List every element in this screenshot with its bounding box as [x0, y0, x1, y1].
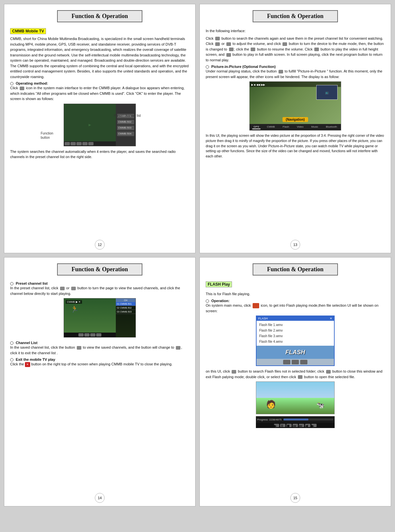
panel-title-box-1: Function & Operation: [57, 10, 142, 22]
flash-logo-text: FLASH: [285, 349, 305, 356]
sport-control-bar: [64, 333, 116, 337]
game-char: 🧑: [266, 400, 276, 409]
pip-bullet: [206, 65, 209, 69]
cmmb-main-area: ▶: [64, 104, 116, 146]
ctrl-btn-3[interactable]: [76, 142, 82, 145]
top-right-body: Click button to search the channels agai…: [206, 36, 385, 63]
bullet-circle-1: [10, 82, 13, 85]
ctrl-btn-2[interactable]: [71, 142, 76, 145]
page-num-13: 13: [290, 240, 300, 250]
sport-screen-wrapper: 🏃 CMMB ▶ ✕ CH 01 CMMB-501 02 CMMB-502 03…: [60, 298, 139, 338]
sport-ctrl-3[interactable]: [90, 333, 95, 337]
ctrl-btn-4[interactable]: [82, 142, 88, 145]
sport-ctrl-1[interactable]: [78, 333, 84, 337]
extra-btn2[interactable]: ▶: [311, 424, 317, 427]
flash-file-screen: FLASH ✕ Flash file 1.wmv Flash file 2.wm…: [256, 316, 335, 366]
game-char2: 🐄: [316, 401, 324, 409]
channel-list-section: Channel List In the saved channel list, …: [10, 341, 189, 356]
flash-footer-text: on this UI, click button to search Flash…: [206, 369, 385, 379]
nav-bluetooth: Bluetooth: [324, 125, 338, 129]
flash-ctrl-1[interactable]: [283, 360, 290, 364]
exit-label: Exit the mobile TV play: [16, 358, 55, 361]
fullh-icon: [314, 48, 319, 51]
exit-text: Click the ✕ button on the right top of t…: [10, 361, 189, 367]
nav-gps: GPS: [252, 125, 260, 129]
ctrl-btn-5[interactable]: [88, 142, 94, 145]
flash-header-bar: FLASH ✕: [257, 316, 334, 321]
operating-method-section: Operating method: Click icon in the syst…: [10, 81, 189, 102]
cmmb-screen-content: ▶: [89, 123, 91, 127]
panel-title-box-4: Function & Operation: [253, 263, 338, 276]
flash-file-1[interactable]: Flash file 1.wmv: [259, 322, 331, 328]
flash-file-4[interactable]: Flash file 4.wmv: [259, 339, 331, 344]
flash-file-list: Flash file 1.wmv Flash file 2.wmv Flash …: [257, 321, 334, 346]
flash-ctrl-3[interactable]: [300, 360, 307, 364]
panel-title-box-2: Function & Operation: [253, 10, 338, 22]
mute-icon: [282, 42, 287, 46]
pip-mini-icon: 📺: [325, 91, 329, 94]
flash-operation-section: Operation: On system main menu, click ic…: [206, 299, 385, 314]
next-btn: [71, 287, 76, 290]
flash-ctrl-2[interactable]: [292, 360, 299, 364]
vol-down-icon: [226, 42, 231, 46]
preset-section: Preset channel list In the preset channe…: [10, 281, 189, 296]
channel-list-text: In the saved channel list, click the but…: [10, 345, 189, 356]
prev-btn: [60, 287, 65, 290]
channel-list-label: Channel List: [16, 341, 37, 345]
panel-top-right: Function & Operation In the following in…: [199, 4, 391, 253]
flash-menu-icon: [253, 303, 259, 308]
page-num-12: 12: [95, 240, 105, 250]
pip-label: Picture-in-Picture (Optional Function): [211, 65, 276, 69]
prev-media-btn[interactable]: ⏮: [293, 424, 298, 427]
pip-section: Picture-in-Picture (Optional Function) U…: [206, 65, 385, 79]
game-screen-wrapper: 🧑 🐄 Progress: 2238/4875 ▶ ⏸ ⏹ ⏮ ⏭ ◀ ▶: [256, 381, 335, 428]
muted-icon: [229, 48, 234, 51]
channel-item-4: CMMB-504: [117, 132, 134, 136]
sport-field: [64, 298, 116, 337]
pause-btn[interactable]: ⏸: [280, 424, 285, 427]
page-num-15: 15: [290, 493, 300, 503]
fullw-icon: [226, 53, 231, 57]
flash-intro: This is for Flash file playing.: [206, 291, 385, 297]
cmmb-sidebar: CMMB-501 CMMB-502 CMMB-503 CMMB-504: [116, 104, 135, 146]
panel-bottom-right: Function & Operation FLASH Play This is …: [199, 257, 391, 506]
extra-btn1[interactable]: ◀: [305, 424, 310, 427]
close-icon: ✕: [25, 362, 30, 367]
ch-item-02: 02 CMMB-502: [116, 306, 135, 310]
flash-footer-area: FLASH: [257, 346, 334, 359]
progress-bar-box: Progress: 2238/4875: [256, 416, 335, 423]
pip-nav-label: (Navigation): [282, 117, 308, 122]
cmmb-highlight: CMMB Mobile TV: [10, 28, 46, 34]
exit-section: Exit the mobile TV play Click the ✕ butt…: [10, 358, 189, 367]
search-flash-icon: [232, 370, 236, 374]
channel-item-3: CMMB-503: [117, 126, 134, 130]
exit-btn: [176, 346, 180, 350]
preset-label-text: Preset channel list: [16, 281, 48, 285]
flash-controls: [257, 359, 334, 365]
flash-close-btn[interactable]: ✕: [330, 317, 332, 320]
game-sky: [256, 382, 334, 398]
pip-btn-icon: [279, 70, 283, 73]
search-btn-icon: [215, 37, 220, 40]
flash-file-3[interactable]: Flash file 3.wmv: [259, 333, 331, 339]
progress-label: Progress: 2238/4875: [257, 418, 281, 421]
stop-btn[interactable]: ⏹: [286, 424, 292, 427]
sport-header: CMMB ▶ ✕: [66, 300, 82, 304]
sport-ctrl-2[interactable]: [84, 333, 90, 337]
flash-file-2[interactable]: Flash file 2.wmv: [259, 328, 331, 333]
nav-video: Video: [296, 125, 305, 129]
channel-list-overlay: CH 01 CMMB-501 02 CMMB-502 03 CMMB-503: [116, 298, 135, 337]
play-btn[interactable]: ▶: [274, 424, 279, 427]
cmmb-control-bar: [64, 141, 116, 146]
operating-method-label: Operating method:: [16, 81, 48, 85]
function-label-text: Functionbutton: [41, 132, 53, 139]
flash-highlight: FLASH Play: [206, 281, 232, 287]
sport-ctrl-4[interactable]: [96, 333, 101, 337]
ctrl-btn-1[interactable]: [65, 142, 70, 145]
nav-flash: Flash: [281, 125, 291, 129]
resume-icon: [251, 48, 255, 51]
ff-btn[interactable]: ⏭: [299, 424, 304, 427]
game-playback-controls: ▶ ⏸ ⏹ ⏮ ⏭ ◀ ▶: [256, 423, 335, 428]
close-flash-icon: [326, 370, 331, 374]
pip-nav-bar: GPS CMMB Flash Video Music Bluetooth: [250, 124, 341, 130]
